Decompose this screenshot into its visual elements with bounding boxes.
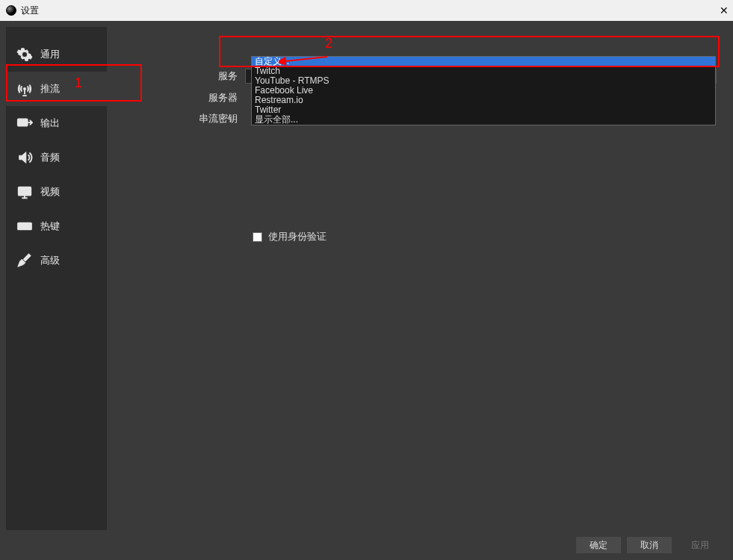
dropdown-option[interactable]: 显示全部... (252, 115, 715, 125)
sidebar-item-label: 高级 (40, 254, 60, 267)
ok-button[interactable]: 确定 (576, 537, 621, 553)
auth-checkbox-label: 使用身份验证 (268, 230, 327, 243)
dropdown-option[interactable]: YouTube - RTMPS (252, 76, 715, 86)
sidebar-item-output[interactable]: 输出 (6, 106, 107, 140)
sidebar-item-label: 音频 (40, 151, 60, 164)
sidebar-item-label: 视频 (40, 185, 60, 199)
close-button[interactable]: ✕ (720, 6, 729, 15)
dropdown-option[interactable]: Twitter (252, 105, 715, 115)
footer: 确定 取消 应用 (0, 530, 733, 560)
output-icon (16, 115, 33, 131)
service-dropdown-list: 自定义... Twitch YouTube - RTMPS Facebook L… (251, 56, 716, 125)
tools-icon (16, 252, 33, 269)
svg-rect-1 (18, 119, 28, 126)
service-label: 服务 (107, 69, 245, 83)
keyboard-icon (16, 218, 33, 234)
sidebar-item-stream[interactable]: 推流 (6, 72, 107, 106)
svg-point-0 (24, 88, 25, 90)
sidebar-item-general[interactable]: 通用 (6, 37, 107, 72)
sidebar-item-audio[interactable]: 音频 (6, 140, 107, 175)
server-label: 服务器 (107, 91, 245, 105)
apply-button: 应用 (678, 537, 723, 553)
titlebar: 设置 ✕ (0, 0, 733, 21)
cancel-button[interactable]: 取消 (627, 537, 672, 553)
titlebar-left: 设置 (6, 4, 39, 17)
dropdown-option[interactable]: Facebook Live (252, 86, 715, 96)
auth-checkbox-row[interactable]: 使用身份验证 (253, 230, 717, 243)
gear-icon (16, 46, 33, 63)
sidebar-item-label: 推流 (40, 82, 60, 96)
sidebar-item-label: 热键 (40, 220, 60, 233)
dropdown-option[interactable]: Restream.io (252, 96, 715, 105)
sidebar-item-label: 输出 (40, 116, 60, 130)
sidebar-item-label: 通用 (40, 48, 60, 61)
antenna-icon (16, 81, 33, 97)
streamkey-label: 串流密钥 (107, 112, 245, 125)
svg-rect-2 (19, 187, 31, 196)
sidebar-item-advanced[interactable]: 高级 (6, 243, 107, 278)
obs-logo-icon (6, 5, 16, 16)
sidebar-item-hotkeys[interactable]: 热键 (6, 209, 107, 243)
sidebar: 通用 推流 输出 (6, 27, 107, 530)
audio-icon (16, 149, 33, 166)
dropdown-option[interactable]: 自定义... (252, 57, 715, 66)
sidebar-item-video[interactable]: 视频 (6, 175, 107, 209)
video-icon (16, 184, 33, 200)
window-title: 设置 (21, 4, 39, 17)
svg-rect-3 (18, 223, 31, 229)
auth-checkbox[interactable] (253, 232, 262, 242)
